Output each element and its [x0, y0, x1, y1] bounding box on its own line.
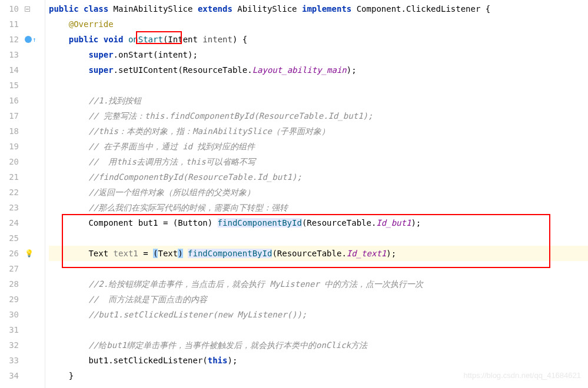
code-line[interactable]: @Override	[49, 16, 588, 32]
code-line[interactable]: // 而方法就是下面点击的内容	[49, 292, 588, 307]
code-editor[interactable]: 10 11 12 13 14 15 16 17 18 19 20 21 22 2…	[0, 0, 588, 388]
code-area[interactable]: public class MainAbilitySlice extends Ab…	[45, 0, 588, 388]
line-num: 34	[2, 368, 19, 383]
code-line[interactable]: //2.给按钮绑定单击事件，当点击后，就会执行 MyListener 中的方法，…	[49, 276, 588, 292]
code-line[interactable]: Component but1 = (Button) findComponentB…	[49, 215, 588, 230]
line-num: 27	[2, 261, 19, 276]
fold-icon[interactable]	[25, 6, 30, 12]
line-num: 33	[2, 353, 19, 368]
code-line[interactable]: }	[49, 368, 588, 383]
line-num: 14	[2, 62, 19, 78]
line-num: 31	[2, 322, 19, 337]
line-num: 30	[2, 307, 19, 322]
line-num: 22	[2, 185, 19, 200]
code-line[interactable]: //but1.setClickedListener(new MyListener…	[49, 307, 588, 322]
line-num: 18	[2, 123, 19, 139]
line-num: 12	[2, 32, 19, 47]
code-line[interactable]: // 用this去调用方法，this可以省略不写	[49, 154, 588, 169]
line-num: 19	[2, 139, 19, 154]
code-line[interactable]: public void onStart(Intent intent) {	[49, 32, 588, 47]
line-num: 16	[2, 93, 19, 108]
lightbulb-icon[interactable]: 💡	[25, 249, 34, 257]
code-line[interactable]: //this：本类的对象，指：MainAbilitySlice（子界面对象）	[49, 123, 588, 139]
gutter-icons: ↑ 💡	[24, 0, 45, 388]
code-line[interactable]	[49, 78, 588, 93]
code-line[interactable]: but1.setClickedListener(this);	[49, 353, 588, 368]
line-num: 23	[2, 200, 19, 215]
line-num: 26	[2, 246, 19, 261]
code-line[interactable]: public class MainAbilitySlice extends Ab…	[49, 1, 588, 16]
code-line[interactable]: // 完整写法：this.findComponentById(ResourceT…	[49, 108, 588, 123]
line-num: 21	[2, 169, 19, 185]
code-line[interactable]: //返回一个组件对象（所以组件的父类对象）	[49, 185, 588, 200]
code-line[interactable]	[49, 230, 588, 246]
gutter: 10 11 12 13 14 15 16 17 18 19 20 21 22 2…	[0, 0, 45, 388]
up-arrow-icon: ↑	[32, 36, 36, 44]
line-numbers: 10 11 12 13 14 15 16 17 18 19 20 21 22 2…	[0, 0, 24, 388]
code-line[interactable]: //给but1绑定单击事件，当事件被触发后，就会执行本类中的onClick方法	[49, 337, 588, 353]
line-num: 11	[2, 16, 19, 32]
code-line[interactable]: //findComponentById(ResourceTable.Id_but…	[49, 169, 588, 185]
line-num: 10	[2, 1, 19, 16]
line-num: 32	[2, 337, 19, 353]
code-line[interactable]: super.setUIContent(ResourceTable.Layout_…	[49, 62, 588, 78]
line-num: 13	[2, 47, 19, 62]
line-num: 15	[2, 78, 19, 93]
code-line[interactable]: super.onStart(intent);	[49, 47, 588, 62]
code-line[interactable]	[49, 322, 588, 337]
line-num: 17	[2, 108, 19, 123]
code-line-current[interactable]: Text text1 = (Text) findComponentById(Re…	[49, 246, 588, 261]
line-num: 20	[2, 154, 19, 169]
code-line[interactable]: //那么我们在实际写代码的时候，需要向下转型：强转	[49, 200, 588, 215]
line-num: 25	[2, 230, 19, 246]
line-num: 28	[2, 276, 19, 292]
line-num: 29	[2, 292, 19, 307]
override-icon[interactable]	[25, 36, 32, 43]
code-line[interactable]: //1.找到按钮	[49, 93, 588, 108]
code-line[interactable]: // 在子界面当中，通过 id 找到对应的组件	[49, 139, 588, 154]
line-num: 24	[2, 215, 19, 230]
code-line[interactable]	[49, 261, 588, 276]
